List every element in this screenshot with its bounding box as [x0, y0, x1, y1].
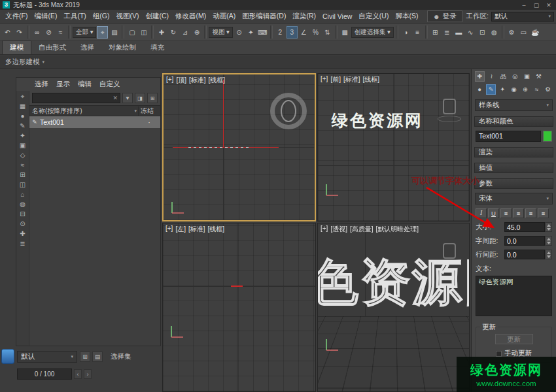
viewport-label-item[interactable]: [线框] [209, 76, 226, 85]
edit-sets-icon[interactable]: ⊞ [80, 351, 90, 362]
reference-coordinate-dropdown[interactable]: 视图 ▾ [209, 27, 232, 38]
undo-icon[interactable]: ↶ [2, 26, 13, 39]
custom-filter-icon[interactable]: ≣ [20, 240, 25, 248]
time-frame-indicator[interactable]: 0 / 100 [17, 368, 72, 380]
select-by-name-icon[interactable]: ▤ [109, 26, 120, 39]
cameras-filter-icon[interactable]: ▣ [20, 142, 26, 150]
viewport-label-item[interactable]: [标准] [189, 76, 206, 85]
viewport-label-item[interactable]: [+] [166, 76, 173, 85]
bind-to-space-warp-icon[interactable]: ≈ [55, 26, 66, 39]
render-setup-icon[interactable]: ⚙ [506, 26, 517, 39]
viewport-label-item[interactable]: [默认明暗处理] [376, 225, 419, 234]
viewport-label-item[interactable]: [透视] [330, 225, 347, 234]
rollout-interpolation[interactable]: 插值 [474, 163, 553, 173]
viewport-label-item[interactable]: [+] [321, 75, 328, 84]
toggle-scene-explorer-icon[interactable]: ⊞ [430, 26, 441, 39]
explorer-menu-item[interactable]: 编辑 [74, 78, 96, 90]
viewport-label-item[interactable]: [前] [330, 75, 341, 84]
ribbon-toggle-icon[interactable]: ▬ [453, 26, 464, 39]
column-header-name[interactable]: 名称(按降序排序) [29, 106, 134, 116]
menu-item[interactable]: 文件(F) [2, 10, 31, 22]
viewport-label-item[interactable]: [标准] [188, 225, 205, 234]
maximize-button[interactable]: ▢ [532, 2, 541, 8]
object-name-field[interactable]: Text001 [476, 131, 541, 142]
viewport-label-item[interactable]: [线框] [363, 75, 380, 84]
window-crossing-toggle-icon[interactable]: ◫ [138, 26, 149, 39]
menu-item[interactable]: 脚本(S) [392, 10, 421, 22]
geometry-filter-icon[interactable]: ● [20, 112, 24, 120]
select-and-rotate-icon[interactable]: ↻ [167, 26, 179, 39]
viewport-label-item[interactable]: [高质量] [350, 225, 374, 234]
scene-object-row[interactable]: ✎ Text001 · [29, 116, 160, 128]
ribbon-tab[interactable]: 选择 [73, 41, 101, 54]
viewport-perspective-view[interactable]: [+][透视][高质量][默认明暗处理] 色资源网 [317, 223, 470, 392]
select-object-icon[interactable]: ⌖ [97, 26, 108, 39]
spinner-value-field[interactable]: 0.0 [504, 236, 545, 246]
viewcube-icon[interactable] [443, 243, 456, 259]
sets-list-icon[interactable]: ▤ [92, 351, 103, 362]
align-right-button[interactable]: ≡ [525, 208, 536, 218]
explorer-menu-item[interactable]: 选择 [31, 78, 52, 90]
menu-item[interactable]: 渲染(R) [289, 10, 319, 22]
spinner-arrows[interactable] [545, 222, 552, 232]
keyboard-shortcut-override-icon[interactable]: ⌨ [257, 26, 268, 39]
groups-filter-icon[interactable]: ⊞ [20, 171, 25, 179]
render-production-icon[interactable]: ☕ [530, 26, 541, 39]
viewcube-icon[interactable] [443, 99, 456, 114]
display-all-filter-icon[interactable]: ▦ [20, 103, 26, 110]
clear-search-icon[interactable]: ✕ [113, 95, 118, 101]
font-dropdown[interactable]: 宋体 ▾ [475, 193, 553, 204]
column-header-frozen[interactable]: 冻结 [138, 106, 160, 116]
next-frame-button[interactable]: › [84, 369, 92, 379]
explorer-settings-button[interactable]: ⊞ [147, 93, 158, 103]
spinner-arrows[interactable] [545, 250, 552, 259]
explorer-menu-item[interactable]: 显示 [52, 78, 74, 90]
selection-filter-icon[interactable]: ⌖ [21, 93, 25, 101]
select-and-link-icon[interactable]: ∞ [31, 26, 43, 39]
shape-category-dropdown[interactable]: 样条线 ▾ [475, 99, 553, 111]
select-and-manipulate-icon[interactable]: ✦ [245, 26, 256, 39]
menu-item[interactable]: 编辑(E) [31, 10, 60, 22]
viewport-front-view[interactable]: [+][前][标准][线框] 绿色资源网 [317, 73, 470, 221]
viewport-label-item[interactable]: [左] [175, 225, 186, 234]
ribbon-tab[interactable]: 填充 [143, 41, 171, 54]
text-input-area[interactable]: 绿色资源网 [476, 276, 552, 316]
snaps-toggle-2d-icon[interactable]: 2 [275, 26, 286, 39]
object-color-swatch[interactable] [543, 131, 552, 142]
hierarchy-tab[interactable]: 品 [498, 71, 508, 82]
hidden-filter-icon[interactable]: ✚ [20, 230, 25, 238]
viewport-left-view[interactable]: [+][左][标准][线框] [162, 223, 316, 392]
rollout-parameters[interactable]: 参数 [474, 178, 553, 189]
menu-item[interactable]: 视图(V) [113, 10, 143, 22]
explorer-menu-item[interactable]: 自定义 [96, 78, 124, 90]
align-left-button[interactable]: ≡ [500, 208, 512, 218]
sign-in-button[interactable]: ☻ 登录 [427, 10, 462, 22]
viewport-label-item[interactable]: [+] [321, 225, 328, 234]
modify-tab[interactable]: ≀ [487, 71, 496, 82]
rollout-rendering[interactable]: 渲染 [474, 147, 553, 157]
spinner-value-field[interactable]: 45.0 [504, 222, 545, 232]
frozen-toggle[interactable]: · [138, 118, 160, 126]
space-warps-filter-icon[interactable]: ≈ [21, 161, 25, 169]
filter-funnel-button[interactable]: ▼ [122, 93, 133, 103]
helpers-category-icon[interactable]: ⊕ [521, 84, 530, 95]
underline-button[interactable]: U [488, 208, 499, 218]
spinner-snap-icon[interactable]: ⇅ [322, 26, 333, 39]
curve-editor-icon[interactable]: ∿ [465, 26, 476, 39]
systems-category-icon[interactable]: ⚙ [544, 84, 553, 95]
menu-item[interactable]: 图形编辑器(D) [239, 10, 289, 22]
ribbon-tab[interactable]: 对象绘制 [101, 41, 143, 54]
frozen-filter-icon[interactable]: ⊙ [20, 220, 25, 228]
display-tab[interactable]: ▣ [522, 71, 532, 82]
minimize-button[interactable]: – [519, 2, 529, 8]
menu-item[interactable]: 组(G) [90, 10, 113, 22]
lights-category-icon[interactable]: ✦ [498, 84, 507, 95]
geometry-category-icon[interactable]: ● [475, 84, 484, 95]
spinner-arrows[interactable] [545, 236, 552, 246]
menu-item[interactable]: 修改器(M) [172, 10, 209, 22]
align-center-button[interactable]: ≡ [513, 208, 524, 218]
containers-filter-icon[interactable]: ⊟ [20, 210, 25, 218]
ribbon-panel-strip[interactable]: 多边形建模 ▾ [0, 56, 556, 69]
italic-button[interactable]: I [476, 208, 487, 218]
angle-snap-icon[interactable]: ∠ [298, 26, 309, 39]
